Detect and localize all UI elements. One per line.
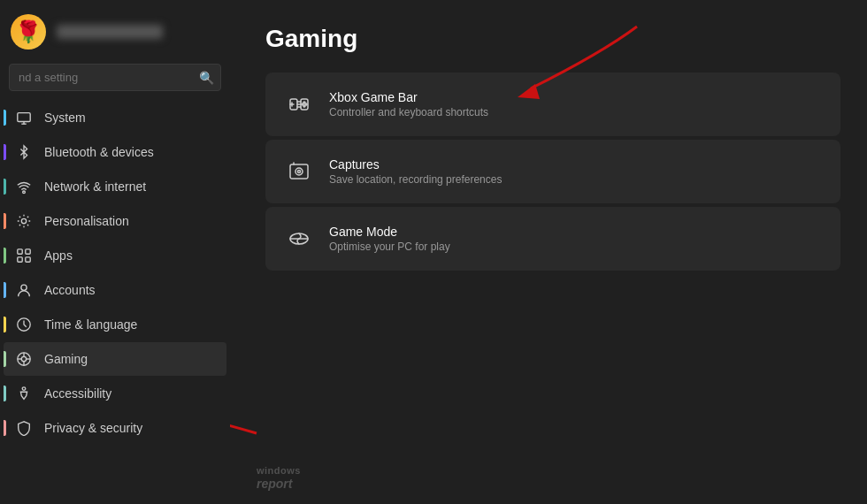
svg-point-30 — [303, 105, 305, 107]
sidebar-item-label: System — [44, 111, 86, 125]
svg-point-9 — [21, 285, 27, 290]
sidebar-item-label: Accessibility — [44, 386, 111, 401]
page-title: Gaming — [265, 25, 840, 53]
apps-icon — [16, 248, 32, 263]
sidebar-item-accounts[interactable]: Accounts — [4, 273, 226, 307]
svg-rect-8 — [26, 257, 30, 262]
watermark: windows report — [257, 465, 301, 492]
network-icon — [16, 179, 32, 195]
personalisation-icon — [16, 213, 32, 229]
sidebar-item-apps[interactable]: Apps — [4, 239, 226, 272]
captures-subtitle: Save location, recording preferences — [329, 173, 502, 186]
user-name — [57, 25, 163, 39]
avatar: 🌹 — [11, 14, 46, 50]
nav-list: System Bluetooth & devices — [0, 98, 230, 504]
sidebar-item-label: Gaming — [44, 352, 88, 366]
sidebar-item-personalisation[interactable]: Personalisation — [4, 204, 226, 238]
sidebar-item-label: Privacy & security — [44, 421, 142, 435]
captures-title: Captures — [329, 157, 502, 172]
sidebar-item-accessibility[interactable]: Accessibility — [4, 377, 226, 410]
svg-point-33 — [298, 171, 301, 173]
svg-point-17 — [22, 387, 26, 391]
sidebar-item-network[interactable]: Network & internet — [4, 170, 226, 203]
system-icon — [16, 110, 32, 126]
svg-point-3 — [23, 191, 26, 194]
svg-point-12 — [21, 356, 26, 361]
settings-cards-list: Xbox Game Bar Controller and keyboard sh… — [265, 73, 840, 271]
accessibility-icon — [16, 386, 32, 401]
svg-rect-0 — [18, 113, 30, 122]
sidebar-item-label: Accounts — [44, 283, 96, 297]
svg-point-28 — [305, 103, 307, 105]
xbox-game-bar-card[interactable]: Xbox Game Bar Controller and keyboard sh… — [265, 73, 840, 136]
sidebar-item-label: Personalisation — [44, 214, 129, 228]
game-mode-icon — [283, 223, 315, 255]
time-icon — [16, 317, 32, 332]
captures-icon — [283, 156, 315, 187]
xbox-game-bar-title: Xbox Game Bar — [329, 90, 488, 104]
sidebar-item-label: Bluetooth & devices — [44, 145, 154, 159]
search-input[interactable] — [9, 64, 221, 91]
bluetooth-icon — [16, 144, 32, 160]
sidebar-item-privacy[interactable]: Privacy & security — [4, 411, 226, 445]
game-mode-title: Game Mode — [329, 225, 450, 239]
svg-rect-5 — [18, 249, 22, 254]
game-mode-card[interactable]: Game Mode Optimise your PC for play — [265, 207, 840, 271]
watermark-line1: windows — [257, 465, 301, 477]
sidebar-item-label: Apps — [44, 248, 73, 263]
xbox-game-bar-icon — [283, 88, 315, 120]
svg-point-4 — [21, 218, 26, 223]
sidebar: 🌹 🔍 System — [0, 0, 230, 504]
svg-rect-7 — [18, 257, 22, 262]
game-mode-subtitle: Optimise your PC for play — [329, 241, 450, 253]
sidebar-item-gaming[interactable]: Gaming — [4, 342, 226, 376]
sidebar-item-bluetooth[interactable]: Bluetooth & devices — [4, 135, 226, 169]
search-icon-button[interactable]: 🔍 — [199, 71, 214, 85]
watermark-line2: report — [257, 477, 301, 492]
svg-point-32 — [295, 168, 303, 175]
privacy-icon — [16, 420, 32, 436]
accounts-icon — [16, 282, 32, 298]
gaming-icon — [16, 351, 32, 367]
sidebar-item-label: Network & internet — [44, 179, 146, 194]
search-bar[interactable]: 🔍 — [9, 64, 221, 91]
svg-point-29 — [302, 103, 303, 105]
svg-point-27 — [303, 102, 305, 103]
sidebar-item-system[interactable]: System — [4, 101, 226, 134]
captures-card[interactable]: Captures Save location, recording prefer… — [265, 140, 840, 203]
xbox-game-bar-subtitle: Controller and keyboard shortcuts — [329, 106, 488, 118]
user-profile: 🌹 — [0, 0, 230, 60]
main-area: Gaming Xbox Game B — [230, 0, 867, 504]
sidebar-item-label: Time & language — [44, 317, 137, 332]
svg-rect-6 — [26, 249, 30, 254]
sidebar-item-time[interactable]: Time & language — [4, 308, 226, 341]
svg-rect-31 — [290, 164, 308, 179]
